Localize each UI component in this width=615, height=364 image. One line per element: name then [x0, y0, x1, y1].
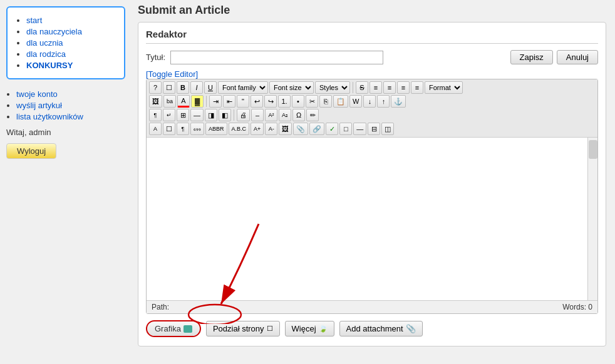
- tb-format3-btn[interactable]: ¶: [149, 109, 162, 121]
- tb-up-btn[interactable]: ↑: [377, 95, 390, 108]
- tb-row4-16[interactable]: ◫: [381, 123, 394, 135]
- attachment-button[interactable]: Add attachment 📎: [339, 321, 423, 336]
- tb-smalltext-btn[interactable]: ba: [163, 95, 176, 108]
- tb-print-btn[interactable]: 🖨: [237, 109, 250, 121]
- editor-body[interactable]: [147, 138, 597, 300]
- grafika-label: Grafika: [155, 324, 181, 333]
- tb-superscript-btn[interactable]: A²: [265, 109, 277, 121]
- editor-area: [147, 138, 597, 300]
- tb-row4-2[interactable]: ☐: [163, 123, 175, 135]
- sidebar-item-konkursy[interactable]: KONKURSY: [26, 61, 115, 70]
- toggle-editor-link[interactable]: [Toggle Editor]: [146, 69, 198, 79]
- tb-eraser-btn[interactable]: ✏: [306, 109, 319, 121]
- page-title: Submit an Article: [138, 4, 606, 17]
- tb-row4-3[interactable]: ¶: [177, 123, 189, 135]
- tb-align-left-btn[interactable]: ≡: [370, 81, 382, 94]
- tb-fontfamily-select[interactable]: Font family: [218, 81, 268, 94]
- sidebar-link-uzytkownicy[interactable]: lista użytkowników: [16, 112, 125, 121]
- save-button[interactable]: Zapisz: [510, 50, 553, 64]
- tb-copy-btn[interactable]: ⎘: [319, 95, 332, 108]
- wiecej-button[interactable]: Więcej 🍃: [285, 321, 334, 336]
- tb-bold-btn[interactable]: B: [177, 81, 189, 94]
- podzial-icon: ☐: [267, 325, 273, 333]
- tb-row4-1[interactable]: A: [149, 123, 162, 135]
- sidebar: start dla nauczyciela dla ucznia dla rod…: [0, 0, 132, 364]
- sidebar-link-artykul[interactable]: wyślij artykuł: [16, 101, 125, 110]
- tb-layer-btn[interactable]: ◨: [205, 109, 217, 121]
- tb-styles-select[interactable]: Styles: [315, 81, 350, 94]
- tb-ol-btn[interactable]: 1.: [278, 95, 291, 108]
- words-label: Words: 0: [562, 303, 592, 311]
- tb-cut-btn[interactable]: ✂: [306, 95, 318, 108]
- tb-outdent-btn[interactable]: ⇤: [223, 95, 235, 108]
- tb-row4-check[interactable]: ✓: [326, 123, 338, 135]
- tb-ul-btn[interactable]: •: [292, 95, 304, 108]
- tb-highlight-btn[interactable]: ▓: [191, 95, 204, 108]
- redaktor-title: Redaktor: [146, 29, 598, 44]
- sidebar-item-nauczyciela[interactable]: dla nauczyciela: [26, 27, 115, 36]
- logout-button[interactable]: Wyloguj: [6, 143, 56, 159]
- tb-row4-4[interactable]: ₆₉₉: [190, 123, 204, 135]
- tb-row4-14[interactable]: —: [353, 123, 366, 135]
- tb-color-btn[interactable]: A: [177, 95, 190, 108]
- attachment-label: Add attachment: [346, 324, 403, 333]
- tb-pasteword-btn[interactable]: W: [349, 95, 362, 108]
- tytul-input[interactable]: [170, 51, 383, 64]
- separator-3: [234, 109, 234, 121]
- tb-indent-btn[interactable]: ⇥: [209, 95, 222, 108]
- podzial-strony-button[interactable]: Podział strony ☐: [206, 321, 280, 336]
- tb-down-btn[interactable]: ↓: [363, 95, 376, 108]
- editor-scrollbar[interactable]: [587, 138, 597, 300]
- tb-row4-link[interactable]: 🔗: [309, 123, 324, 135]
- attachment-icon: 📎: [406, 324, 416, 333]
- cancel-button[interactable]: Anuluj: [557, 50, 598, 64]
- tb-help-btn[interactable]: ?: [149, 81, 162, 94]
- tb-format-select[interactable]: Format: [425, 81, 463, 94]
- tb-row4-6[interactable]: A.B.C: [229, 123, 250, 135]
- path-label: Path:: [152, 303, 169, 311]
- sidebar-item-start[interactable]: start: [26, 16, 115, 25]
- grafika-icon: [183, 325, 192, 333]
- tb-row4-8[interactable]: A-: [265, 123, 277, 135]
- tb-align-center-btn[interactable]: ≡: [383, 81, 396, 94]
- tb-strikethrough-btn[interactable]: S: [356, 81, 368, 94]
- podzial-label: Podział strony: [213, 324, 264, 333]
- tb-blockquote-btn[interactable]: ": [237, 95, 249, 108]
- editor-toolbar: ? ☐ B I U Font family Font size Styles: [147, 79, 597, 138]
- tb-subscript-btn[interactable]: A₂: [279, 109, 291, 121]
- tb-align-justify-btn[interactable]: ≡: [411, 81, 423, 94]
- toolbar-row-1: ? ☐ B I U Font family Font size Styles: [149, 81, 595, 94]
- wiecej-icon: 🍃: [319, 325, 328, 333]
- tb-image-btn[interactable]: 🖼: [149, 95, 162, 108]
- tb-fontsize-select[interactable]: Font size: [269, 81, 314, 94]
- tb-redo-btn[interactable]: ↪: [264, 95, 277, 108]
- tytul-label: Tytuł:: [146, 53, 165, 62]
- tb-paste-btn[interactable]: 📋: [333, 95, 348, 108]
- sidebar-item-rodzica[interactable]: dla rodzica: [26, 49, 115, 59]
- tb-row4-15[interactable]: ⊟: [368, 123, 380, 135]
- grafika-button[interactable]: Grafika: [146, 320, 201, 337]
- tb-italic-btn[interactable]: I: [190, 81, 203, 94]
- wiecej-label: Więcej: [292, 324, 316, 333]
- sidebar-link-konto[interactable]: twoje konto: [16, 89, 125, 99]
- tb-row4-5[interactable]: ABBR: [205, 123, 227, 135]
- tb-hr-btn[interactable]: —: [190, 109, 204, 121]
- tb-underline-btn[interactable]: U: [204, 81, 217, 94]
- tb-newdoc-btn[interactable]: ☐: [163, 81, 175, 94]
- tb-row4-7[interactable]: A+: [251, 123, 264, 135]
- tb-format4-btn[interactable]: ↵: [163, 109, 175, 121]
- tb-dash-btn[interactable]: –: [251, 109, 264, 121]
- tb-align-right-btn[interactable]: ≡: [397, 81, 410, 94]
- sidebar-item-ucznia[interactable]: dla ucznia: [26, 38, 115, 48]
- welcome-message: Witaj, admin: [6, 128, 125, 137]
- toolbar-row-4: A ☐ ¶ ₆₉₉ ABBR A.B.C A+ A- 🖼 📎 🔗 ✓ □ —: [149, 123, 595, 135]
- main-content: Submit an Article Redaktor Tytuł: Zapisz…: [132, 0, 615, 364]
- tb-undo-btn[interactable]: ↩: [251, 95, 263, 108]
- tb-row4-13[interactable]: □: [339, 123, 352, 135]
- tb-row4-clip[interactable]: 📎: [293, 123, 308, 135]
- tb-row4-img[interactable]: 🖼: [279, 123, 292, 135]
- tb-layers-btn[interactable]: ◧: [219, 109, 231, 121]
- tb-special-btn[interactable]: Ω: [292, 109, 305, 121]
- tb-anchor-btn[interactable]: ⚓: [391, 95, 406, 108]
- tb-table-btn[interactable]: ⊞: [177, 109, 189, 121]
